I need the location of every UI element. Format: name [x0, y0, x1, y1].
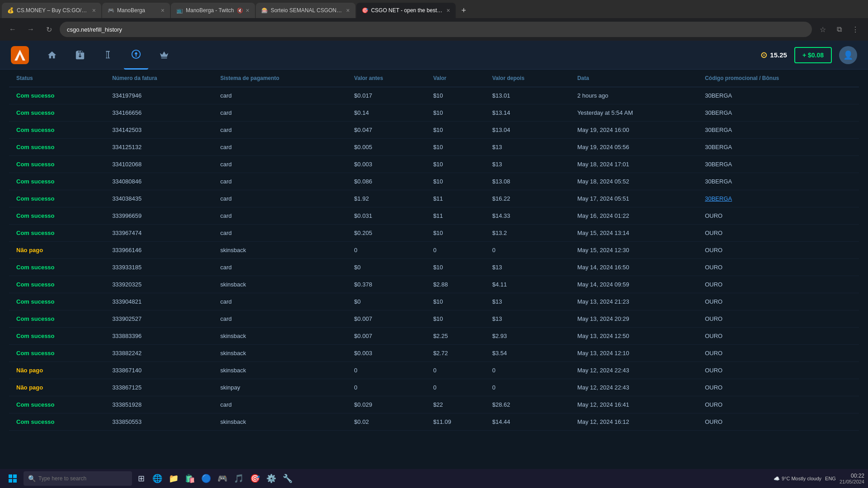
- tab-mute-icon[interactable]: 🔇: [237, 8, 243, 14]
- cell-payment: card: [213, 190, 347, 207]
- table-row: Com sucesso 333882242 skinsback $0.003 $…: [9, 345, 859, 362]
- cell-status: Não pago: [9, 242, 105, 259]
- cell-invoice: 333966146: [105, 242, 213, 259]
- cell-payment: card: [213, 122, 347, 139]
- cell-before: $1.92: [347, 190, 426, 207]
- cell-after: $13: [485, 293, 570, 310]
- cell-value: $10: [426, 122, 485, 139]
- cell-invoice: 334142503: [105, 122, 213, 139]
- cell-after: $13.01: [485, 87, 570, 104]
- tab-close-button[interactable]: ×: [346, 7, 350, 14]
- table-row: Com sucesso 334038435 card $1.92 $11 $16…: [9, 190, 859, 207]
- browser-tab-1[interactable]: 💰 CS.MONEY – Buy CS:GO/CS2 ×: [2, 3, 101, 18]
- taskbar-icon-chrome[interactable]: 🔵: [199, 471, 213, 486]
- nav-item-inventory[interactable]: [68, 41, 92, 70]
- reload-button[interactable]: ↻: [42, 22, 56, 37]
- cell-promo: OURO: [698, 310, 859, 328]
- cell-date: May 15, 2024 12:30: [570, 242, 698, 259]
- cell-promo: OURO: [698, 225, 859, 242]
- taskbar-icon-explorer[interactable]: 📁: [166, 471, 181, 486]
- clock-time: 00:22: [840, 473, 864, 479]
- cell-payment: card: [213, 396, 347, 413]
- cell-promo: OURO: [698, 413, 859, 431]
- cell-invoice: 333850553: [105, 413, 213, 431]
- browser-tab-3[interactable]: 📺 ManoBerga - Twitch 🔇 ×: [171, 3, 255, 18]
- start-button[interactable]: [4, 470, 22, 487]
- nav-item-home[interactable]: [40, 41, 64, 70]
- taskbar-icon-widgets[interactable]: ⊞: [134, 471, 148, 486]
- cell-status: Com sucesso: [9, 345, 105, 362]
- taskbar-icon-app1[interactable]: 🎮: [215, 471, 230, 486]
- taskbar-icon-store[interactable]: 🛍️: [183, 471, 197, 486]
- nav-item-crown[interactable]: [152, 41, 176, 70]
- cell-before: $0: [347, 259, 426, 276]
- cell-promo[interactable]: 30BERGA: [698, 190, 859, 207]
- extensions-button[interactable]: ⧉: [832, 22, 846, 37]
- taskbar-clock: 00:22 21/05/2024: [840, 473, 864, 484]
- tab-close-button[interactable]: ×: [447, 7, 450, 14]
- taskbar-icon-edge[interactable]: 🌐: [150, 471, 165, 486]
- cell-after: $13.2: [485, 225, 570, 242]
- cell-after: $4.11: [485, 276, 570, 293]
- cell-invoice: 334080846: [105, 173, 213, 190]
- tab-close-button[interactable]: ×: [92, 7, 96, 14]
- cell-before: $0.086: [347, 173, 426, 190]
- bookmark-button[interactable]: ☆: [816, 22, 830, 37]
- cell-status: Com sucesso: [9, 207, 105, 225]
- cell-before: 0: [347, 242, 426, 259]
- tab-close-button[interactable]: ×: [246, 7, 250, 14]
- cell-payment: card: [213, 156, 347, 173]
- nav-item-battle[interactable]: [96, 41, 120, 70]
- cell-promo: OURO: [698, 396, 859, 413]
- cell-date: May 14, 2024 16:50: [570, 259, 698, 276]
- cell-payment: skinpay: [213, 379, 347, 396]
- table-container[interactable]: StatusNúmero da faturaSistema de pagamen…: [0, 70, 868, 488]
- cell-date: May 19, 2024 16:00: [570, 122, 698, 139]
- search-icon: 🔍: [28, 475, 36, 482]
- cell-invoice: 333996659: [105, 207, 213, 225]
- taskbar-search-box[interactable]: 🔍: [24, 471, 132, 486]
- menu-button[interactable]: ⋮: [848, 22, 863, 37]
- cell-after: $2.93: [485, 328, 570, 345]
- browser-tab-2[interactable]: 🎮 ManoBerga ×: [102, 3, 170, 18]
- weather-icon: ☁️: [774, 476, 780, 482]
- taskbar-icon-app5[interactable]: 🔧: [280, 471, 295, 486]
- address-bar[interactable]: [60, 22, 812, 37]
- taskbar-search-input[interactable]: [38, 475, 124, 482]
- cell-promo: OURO: [698, 276, 859, 293]
- browser-tab-5[interactable]: 🎯 CSGO NET - open the best CS:... ×: [356, 3, 456, 18]
- cell-value: $10: [426, 156, 485, 173]
- refill-history-table: StatusNúmero da faturaSistema de pagamen…: [9, 70, 859, 431]
- cell-date: May 12, 2024 22:43: [570, 379, 698, 396]
- cell-payment: card: [213, 225, 347, 242]
- cell-after: $3.54: [485, 345, 570, 362]
- user-avatar[interactable]: 👤: [839, 46, 857, 64]
- cell-promo: 30BERGA: [698, 139, 859, 156]
- forward-button[interactable]: →: [24, 22, 38, 37]
- taskbar-icon-app2[interactable]: 🎵: [231, 471, 246, 486]
- table-row: Com sucesso 333996659 card $0.031 $11 $1…: [9, 207, 859, 225]
- cell-payment: card: [213, 310, 347, 328]
- table-row: Não pago 333966146 skinsback 0 0 0 May 1…: [9, 242, 859, 259]
- cell-status: Com sucesso: [9, 259, 105, 276]
- cell-payment: skinsback: [213, 276, 347, 293]
- taskbar-icon-app3[interactable]: 🎯: [248, 471, 262, 486]
- browser-tab-4[interactable]: 🎰 Sorteio SEMANAL CSGONET O... ×: [256, 3, 355, 18]
- cell-after: 0: [485, 379, 570, 396]
- taskbar-icon-app4[interactable]: ⚙️: [264, 471, 278, 486]
- tab-close-button[interactable]: ×: [161, 7, 165, 14]
- svg-rect-7: [13, 479, 17, 483]
- cell-date: 2 hours ago: [570, 87, 698, 104]
- cell-invoice: 334197946: [105, 87, 213, 104]
- app-logo[interactable]: [11, 46, 29, 64]
- deposit-button[interactable]: + $0.08: [794, 47, 832, 63]
- new-tab-button[interactable]: +: [457, 3, 471, 18]
- back-button[interactable]: ←: [5, 22, 20, 37]
- cell-payment: skinsback: [213, 242, 347, 259]
- table-row: Com sucesso 333883396 skinsback $0.007 $…: [9, 328, 859, 345]
- taskbar: 🔍 ⊞ 🌐 📁 🛍️ 🔵 🎮 🎵 🎯 ⚙️ 🔧 ☁️ 9°C Mostly cl…: [0, 469, 868, 488]
- nav-item-upgrade[interactable]: [124, 41, 148, 70]
- clock-date: 21/05/2024: [840, 479, 864, 484]
- cell-payment: skinsback: [213, 345, 347, 362]
- cell-value: $22: [426, 396, 485, 413]
